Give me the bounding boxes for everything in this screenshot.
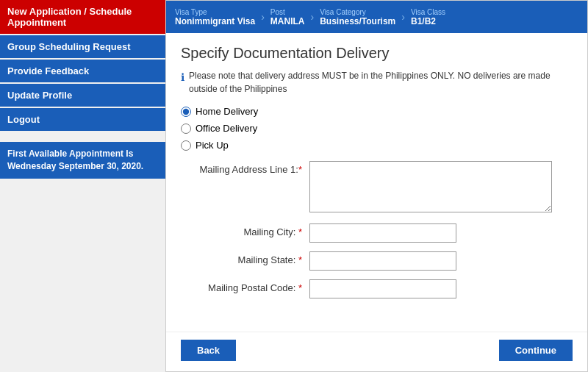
input-postal[interactable] [309, 279, 456, 298]
input-address1[interactable] [309, 161, 552, 212]
radio-home-delivery[interactable]: Home Delivery [181, 106, 573, 117]
continue-button[interactable]: Continue [499, 340, 573, 361]
radio-home-label[interactable]: Home Delivery [196, 106, 258, 117]
breadcrumb-arrow-2: › [310, 11, 314, 23]
input-state[interactable] [309, 251, 456, 271]
breadcrumb-arrow-1: › [261, 11, 265, 23]
sidebar-item-logout[interactable]: Logout [0, 108, 165, 131]
required-marker-city: * [298, 226, 302, 237]
radio-office-label[interactable]: Office Delivery [196, 123, 257, 134]
radio-pickup-label[interactable]: Pick Up [196, 140, 229, 151]
sidebar: New Application / Schedule Appointment G… [0, 0, 165, 372]
input-address1-wrapper [309, 161, 552, 215]
required-marker-state: * [298, 254, 302, 265]
sidebar-item-group-scheduling[interactable]: Group Scheduling Request [0, 35, 165, 58]
label-address1: Mailing Address Line 1:* [181, 161, 309, 175]
form-row-state: Mailing State: * [181, 251, 573, 271]
form-row-city: Mailing City: * [181, 223, 573, 243]
breadcrumb-post: Post MANILA [270, 8, 305, 26]
sidebar-item-new-appointment[interactable]: New Application / Schedule Appointment [0, 0, 165, 34]
page-title: Specify Documentation Delivery [181, 45, 573, 62]
input-postal-wrapper [309, 279, 456, 298]
info-message-text: Please note that delivery address MUST b… [189, 69, 573, 96]
sidebar-info-box: First Available Appointment Is Wednesday… [0, 142, 165, 179]
back-button[interactable]: Back [181, 340, 236, 361]
address-form: Mailing Address Line 1:* Mailing City: * [181, 161, 573, 298]
info-icon: ℹ [181, 70, 184, 85]
sidebar-menu: New Application / Schedule Appointment G… [0, 0, 165, 131]
sidebar-item-update-profile[interactable]: Update Profile [0, 84, 165, 107]
breadcrumb-visa-type: Visa Type Nonimmigrant Visa [175, 8, 255, 26]
label-postal: Mailing Postal Code: * [181, 279, 309, 293]
content-area: Specify Documentation Delivery ℹ Please … [166, 33, 587, 332]
delivery-options-group: Home Delivery Office Delivery Pick Up [181, 106, 573, 151]
form-row-address1: Mailing Address Line 1:* [181, 161, 573, 215]
required-marker-address1: * [298, 164, 302, 175]
main-panel: Visa Type Nonimmigrant Visa › Post MANIL… [165, 0, 588, 372]
label-city: Mailing City: * [181, 223, 309, 237]
required-marker-postal: * [298, 282, 302, 293]
form-row-postal: Mailing Postal Code: * [181, 279, 573, 298]
radio-office-delivery[interactable]: Office Delivery [181, 123, 573, 134]
input-state-wrapper [309, 251, 456, 271]
breadcrumb-arrow-3: › [401, 11, 405, 23]
breadcrumb-visa-category: Visa Category Business/Tourism [320, 8, 395, 26]
info-message-box: ℹ Please note that delivery address MUST… [181, 69, 573, 96]
radio-pickup[interactable]: Pick Up [181, 140, 573, 151]
input-city-wrapper [309, 223, 456, 243]
breadcrumb: Visa Type Nonimmigrant Visa › Post MANIL… [166, 1, 587, 33]
input-city[interactable] [309, 223, 456, 243]
footer-buttons: Back Continue [166, 332, 587, 371]
breadcrumb-visa-class: Visa Class B1/B2 [411, 8, 445, 26]
label-state: Mailing State: * [181, 251, 309, 265]
sidebar-item-provide-feedback[interactable]: Provide Feedback [0, 60, 165, 82]
